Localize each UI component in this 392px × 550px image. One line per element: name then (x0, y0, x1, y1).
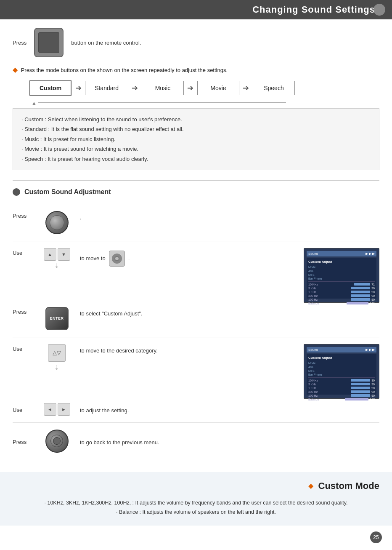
bottom-info: 10KHz, 3KHz, 1KHz,300Hz, 100Hz, : It adj… (13, 498, 379, 517)
menu-circle-icon-2 (45, 430, 69, 453)
arrow-1: ➔ (72, 84, 85, 92)
screen-thumb-2: Sound ▶ ▶ ▶ Custom Adjust Mode AVL MTS E… (304, 344, 379, 399)
step-3-row: Use △▽ ⇣ to move to the desired category… (13, 337, 379, 459)
step-2b-label: Press (13, 307, 34, 315)
arrow-3: ➔ (184, 84, 197, 92)
mode-btn-custom[interactable]: Custom (29, 80, 72, 96)
screen-body-1: Custom Adjust Mode AVL MTS Ear Phone 10 … (307, 258, 376, 299)
remote-button-inner (38, 32, 59, 53)
info-item-4: Speech : It is preset for hearing vocal … (21, 154, 371, 164)
mode-btn-speech[interactable]: Speech (253, 81, 295, 95)
single-nav-icon: △▽ (48, 344, 66, 362)
arrow-2: ➔ (128, 84, 142, 92)
custom-sound-heading: Custom Sound Adjustment (13, 188, 379, 196)
section-dot (13, 188, 20, 196)
screen-thumb-1: Sound ▶ ▶ ▶ Custom Adjust Mode AVL MTS E… (304, 248, 379, 303)
inline-sound-icon (109, 251, 125, 267)
screen-body-2: Custom Adjust Mode AVL MTS Ear Phone 10 … (307, 354, 376, 395)
step-2-use-label: Use (13, 248, 34, 256)
mode-btn-movie[interactable]: Movie (197, 81, 239, 95)
info-box: Custom : Select when listening to the so… (13, 108, 379, 170)
diamond-icon-2: ◆ (308, 482, 313, 490)
step-3-use-label: Use (13, 344, 34, 352)
diamond-icon-1: ◆ (13, 66, 18, 73)
mode-buttons-row: Custom ➔ Standard ➔ Music ➔ Movie ➔ Spee… (29, 80, 379, 96)
page-title: Changing Sound Settings (252, 4, 375, 15)
custom-mode-item-0: 10KHz, 3KHz, 1KHz,300Hz, 100Hz, : It adj… (13, 498, 379, 508)
step-2-row: Use ▲ ▼ ⇣ to move to . S (13, 241, 379, 337)
step-3b-text: to adjust the setting. (80, 404, 379, 415)
mode-desc-text: Press the mode buttons on the shown on t… (21, 67, 228, 73)
custom-mode-title: Custom Mode (318, 481, 379, 491)
mode-description: ◆ Press the mode buttons on the shown on… (13, 66, 379, 74)
enter-button-icon: ENTER (45, 307, 69, 330)
step-4-text: to go back to the previous menu. (80, 436, 379, 447)
section-divider (13, 180, 379, 181)
bottom-heading: ◆ Custom Mode (13, 481, 379, 491)
info-item-3: Movie : It is preset sound for watching … (21, 144, 371, 154)
page-header: Changing Sound Settings (0, 0, 392, 19)
step-2-to-move: to move to (80, 254, 106, 263)
step-1-row: Press . (13, 204, 379, 241)
step-4-label: Press (13, 437, 34, 445)
info-item-2: Music : It is preset for music listening… (21, 134, 371, 144)
circle-center (50, 435, 63, 447)
nav-left: ◄ (44, 403, 56, 416)
mode-btn-standard[interactable]: Standard (85, 81, 128, 95)
step-2b-icon: ENTER (42, 307, 72, 330)
step-3b-icon: ◄ ► (42, 403, 72, 416)
step-3-icon: △▽ ⇣ (42, 344, 72, 371)
arrow-4: ➔ (239, 84, 253, 92)
info-item-0: Custom : Select when listening to the so… (21, 115, 371, 124)
down-arrow: ⇣ (54, 262, 59, 269)
nav-pair-2: ◄ ► (44, 403, 70, 416)
step-2-text: to move to . (80, 248, 295, 267)
nav-right: ► (58, 403, 70, 416)
custom-mode-item-1: Balance : It adjusts the volume of speak… (13, 507, 379, 517)
step-2-icon: ▲ ▼ ⇣ (42, 248, 72, 269)
step-2b-text: to select "Custom Adjust". (80, 307, 379, 318)
menu-circle-icon (45, 211, 69, 234)
down-arrow-2: ⇣ (54, 364, 59, 371)
screen-title-1: Sound ▶ ▶ ▶ (307, 251, 376, 256)
press-label-1: Press (13, 40, 26, 46)
step-4-icon (42, 430, 72, 453)
nav-up: ▲ (44, 248, 56, 261)
nav-buttons: ▲ ▼ (44, 248, 70, 261)
bottom-section: ◆ Custom Mode 10KHz, 3KHz, 1KHz,300Hz, 1… (0, 472, 392, 526)
page-number: 25 (370, 531, 382, 543)
section-heading-text: Custom Sound Adjustment (24, 188, 111, 196)
main-content: Press button on the remote control. ◆ Pr… (0, 19, 392, 468)
step-3-text: to move to the desired category. (80, 344, 295, 355)
inline-sound-inner (112, 254, 122, 264)
step-1-label: Press (13, 211, 34, 219)
mode-btn-music[interactable]: Music (142, 81, 184, 95)
info-item-1: Standard : It is the flat sound setting … (21, 124, 371, 134)
step-3b-label: Use (13, 405, 34, 413)
nav-down: ▼ (58, 248, 70, 261)
screen-title-2: Sound ▶ ▶ ▶ (307, 347, 376, 352)
step-1-text: . (80, 211, 379, 222)
step-1-icon (42, 211, 72, 234)
remote-button-icon (34, 28, 64, 57)
step-2-period: . (128, 254, 130, 263)
press-remote-row: Press button on the remote control. (13, 28, 379, 57)
menu-circle-inner (50, 215, 64, 230)
button-desc: button on the remote control. (71, 40, 141, 46)
